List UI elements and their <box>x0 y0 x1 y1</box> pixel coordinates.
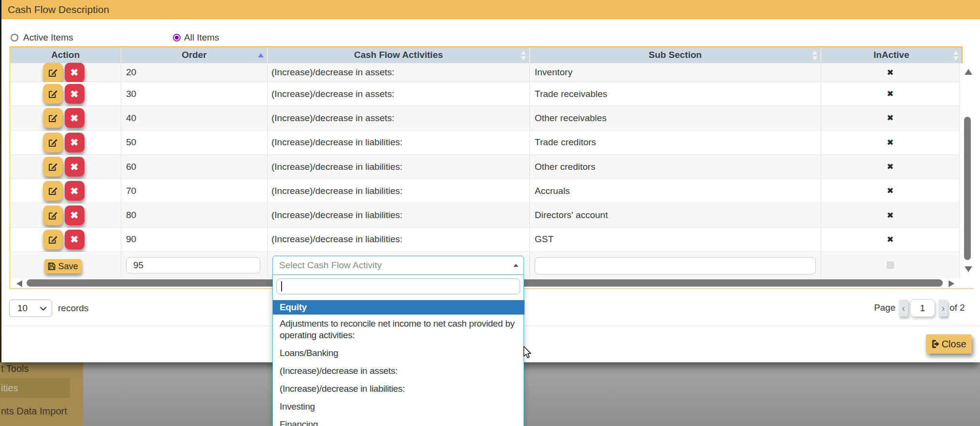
activity-cell: (Increase)/decrease in liabilities: <box>267 204 529 227</box>
horizontal-scrollbar-right-arrow[interactable] <box>949 280 954 287</box>
edit-icon <box>48 186 58 196</box>
inactive-cell: ✖ <box>821 155 960 179</box>
activity-cell: (Increase)/decrease in liabilities: <box>267 228 529 251</box>
activity-cell: (Increase)/decrease in assets: <box>267 82 529 106</box>
delete-row-button[interactable]: ✖ <box>65 63 85 82</box>
current-page-input[interactable] <box>910 299 935 317</box>
x-icon: ✖ <box>71 88 79 100</box>
vertical-scrollbar-thumb[interactable] <box>964 117 971 260</box>
delete-row-button[interactable]: ✖ <box>65 230 85 249</box>
modal-title: Cash Flow Description <box>8 0 109 19</box>
close-button[interactable]: Close <box>926 334 972 354</box>
column-header-cash-flow-activities[interactable]: Cash Flow Activities <box>267 47 529 63</box>
edit-row-button[interactable] <box>43 230 63 249</box>
edit-row-button[interactable] <box>43 157 63 177</box>
vertical-scrollbar-down-arrow[interactable] <box>965 266 972 272</box>
sub-section-cell: GST <box>529 228 821 251</box>
column-header-label: Sub Section <box>649 50 702 60</box>
records-label: records <box>58 300 88 317</box>
cash-flow-activity-select[interactable]: Select Cash Flow Activity <box>272 256 524 275</box>
sidebar-item-tools[interactable]: t Tools <box>1 363 28 374</box>
column-header-sub-section[interactable]: Sub Section <box>529 47 821 63</box>
inactive-checkbox[interactable] <box>887 261 894 269</box>
save-icon <box>48 262 56 270</box>
save-button-label: Save <box>58 261 78 272</box>
delete-row-button[interactable]: ✖ <box>65 133 85 152</box>
sort-ascending-icon <box>258 53 264 57</box>
edit-row-button[interactable] <box>43 63 63 82</box>
dropdown-option[interactable]: Investing <box>273 398 525 415</box>
all-items-label: All Items <box>184 29 219 46</box>
edit-icon <box>48 210 58 220</box>
order-cell: 70 <box>121 179 267 203</box>
sort-both-icon <box>953 51 958 60</box>
edit-row-button[interactable] <box>43 133 63 152</box>
horizontal-scrollbar-left-arrow[interactable] <box>16 280 22 287</box>
dropdown-option[interactable]: Loans/Banking <box>273 344 525 362</box>
table-row: ✖70(Increase)/decrease in liabilities:Ac… <box>10 179 960 203</box>
sidebar-item-data-import[interactable]: nts Data Import <box>1 406 67 417</box>
inactive-x-icon: ✖ <box>887 186 894 196</box>
edit-icon <box>48 68 58 78</box>
x-icon: ✖ <box>71 67 79 78</box>
all-items-radio[interactable] <box>173 34 181 41</box>
save-button[interactable]: Save <box>44 259 82 274</box>
inactive-x-icon: ✖ <box>887 68 894 78</box>
order-cell: 30 <box>121 82 267 106</box>
column-header-label: Cash Flow Activities <box>354 50 443 60</box>
dropdown-option[interactable]: (Increase)/decrease in assets: <box>273 362 525 380</box>
edit-row-button[interactable] <box>43 181 63 201</box>
records-per-page-value: 10 <box>17 300 28 316</box>
activity-cell: (Increase)/decrease in liabilities: <box>267 155 529 179</box>
sub-section-cell: Trade creditors <box>529 131 821 154</box>
inactive-x-icon: ✖ <box>887 137 894 148</box>
dropdown-option[interactable]: Financing <box>273 415 525 426</box>
delete-row-button[interactable]: ✖ <box>65 108 85 128</box>
vertical-scrollbar-up-arrow[interactable] <box>965 69 972 75</box>
column-header-inactive[interactable]: InActive <box>821 47 962 63</box>
dropdown-option[interactable]: Equity <box>273 300 525 315</box>
inactive-cell: ✖ <box>821 106 960 130</box>
column-header-label: Order <box>182 50 207 60</box>
inactive-x-icon: ✖ <box>887 162 894 172</box>
new-order-input[interactable] <box>126 257 260 274</box>
column-header-action: Action <box>10 47 121 63</box>
previous-page-button[interactable]: ‹ <box>899 300 908 316</box>
dropdown-option[interactable]: Adjustments to reconcile net income to n… <box>273 315 525 344</box>
column-header-order[interactable]: Order <box>121 47 267 63</box>
backdrop-overlay <box>83 362 980 426</box>
delete-row-button[interactable]: ✖ <box>65 157 85 177</box>
delete-row-button[interactable]: ✖ <box>65 181 85 201</box>
inactive-cell: ✖ <box>821 228 960 251</box>
order-cell: 40 <box>121 106 267 130</box>
delete-row-button[interactable]: ✖ <box>65 206 85 225</box>
table-header-row: ActionOrderCash Flow ActivitiesSub Secti… <box>10 46 963 63</box>
records-per-page-select[interactable]: 10 <box>9 300 52 317</box>
edit-row-button[interactable] <box>43 108 63 128</box>
activity-cell: (Increase)/decrease in assets: <box>267 63 529 82</box>
inactive-cell: ✖ <box>821 63 960 82</box>
dropdown-search-input[interactable] <box>276 278 520 294</box>
table-row: ✖20(Increase)/decrease in assets:Invento… <box>10 63 960 82</box>
next-page-button[interactable]: › <box>938 300 948 316</box>
action-cell: ✖ <box>10 63 121 82</box>
dropdown-option[interactable]: (Increase)/decrease in liabilities: <box>273 380 525 398</box>
text-cursor <box>281 281 282 291</box>
action-cell: ✖ <box>10 179 121 203</box>
edit-row-button[interactable] <box>43 84 63 104</box>
action-cell: ✖ <box>10 204 121 227</box>
order-cell: 60 <box>121 155 267 179</box>
x-icon: ✖ <box>71 112 79 124</box>
edit-row-button[interactable] <box>43 206 63 225</box>
sidebar-item-activities[interactable]: ities <box>0 378 70 398</box>
inactive-cell: ✖ <box>821 131 960 154</box>
active-items-radio[interactable] <box>11 34 18 41</box>
delete-row-button[interactable]: ✖ <box>65 84 85 104</box>
activity-cell: (Increase)/decrease in assets: <box>267 106 529 130</box>
new-sub-section-input[interactable] <box>535 257 816 275</box>
column-header-label: Action <box>51 50 80 60</box>
new-row-action-cell: Save <box>10 252 121 278</box>
table-row: ✖40(Increase)/decrease in assets:Other r… <box>10 106 960 130</box>
action-cell: ✖ <box>10 131 121 154</box>
inactive-cell: ✖ <box>821 179 960 203</box>
